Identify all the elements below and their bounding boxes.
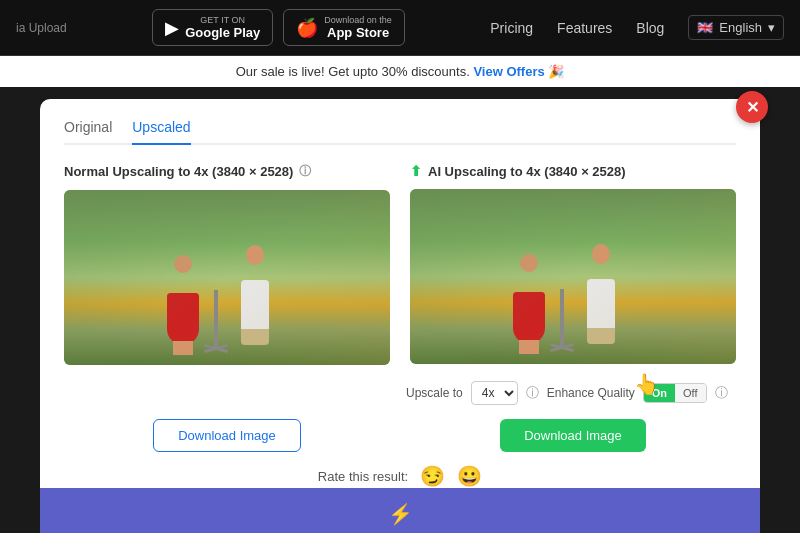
ai-panel: ⬆ AI Upscaling to 4x (3840 × 2528) xyxy=(410,163,736,365)
girl-legs xyxy=(173,341,193,355)
rating-good-button[interactable]: 😀 xyxy=(457,464,482,488)
rating-bad-button[interactable]: 😏 xyxy=(420,464,445,488)
controls-row: Upscale to 4x 2x 8x ⓘ Enhance Quality On… xyxy=(64,381,736,405)
bulk-icon: ⚡ xyxy=(388,502,413,526)
tabs: Original Upscaled xyxy=(64,119,736,145)
sale-text: Our sale is live! Get upto 30% discounts… xyxy=(236,64,470,79)
google-play-button[interactable]: ▶ GET IT ON Google Play xyxy=(152,9,273,46)
photo-background xyxy=(64,190,390,365)
sale-banner: Our sale is live! Get upto 30% discounts… xyxy=(0,56,800,87)
ai-tripod-figure xyxy=(560,289,564,349)
ai-girl-dress xyxy=(513,292,545,344)
ai-girl-head xyxy=(520,254,538,272)
download-left: Download Image xyxy=(64,419,390,452)
ai-boy-pants xyxy=(587,328,615,344)
app-store-text: Download on the App Store xyxy=(324,15,392,40)
ai-girl-legs xyxy=(519,340,539,354)
kid-boy-figure xyxy=(234,245,276,345)
ai-kid-boy-figure xyxy=(580,244,622,344)
ai-panel-title: ⬆ AI Upscaling to 4x (3840 × 2528) xyxy=(410,163,736,179)
tab-title-text: ia Upload xyxy=(16,21,67,35)
ai-image xyxy=(410,189,736,364)
upscale-select[interactable]: 4x 2x 8x xyxy=(471,381,518,405)
normal-panel: Normal Upscaling to 4x (3840 × 2528) ⓘ xyxy=(64,163,390,365)
tab-upscaled[interactable]: Upscaled xyxy=(132,119,190,145)
flag-icon: 🇬🇧 xyxy=(697,20,713,35)
normal-panel-title: Normal Upscaling to 4x (3840 × 2528) ⓘ xyxy=(64,163,390,180)
sale-emoji: 🎉 xyxy=(548,64,564,79)
boy-body xyxy=(241,280,269,335)
download-normal-button[interactable]: Download Image xyxy=(153,419,301,452)
toggle-on-option[interactable]: On xyxy=(644,384,675,402)
ai-kid-girl-figure xyxy=(508,254,550,344)
girl-head xyxy=(174,255,192,273)
upscale-label: Upscale to xyxy=(406,386,463,400)
chevron-down-icon: ▾ xyxy=(768,20,775,35)
quality-label: Enhance Quality xyxy=(547,386,635,400)
lang-label: English xyxy=(719,20,762,35)
tab-original[interactable]: Original xyxy=(64,119,112,145)
header-nav: Pricing Features Blog 🇬🇧 English ▾ xyxy=(490,15,784,40)
ai-upscale-icon: ⬆ xyxy=(410,163,422,179)
store-buttons: ▶ GET IT ON Google Play 🍎 Download on th… xyxy=(152,9,405,46)
nav-features[interactable]: Features xyxy=(557,20,612,36)
rating-label: Rate this result: xyxy=(318,469,408,484)
tripod-figure xyxy=(214,290,218,350)
download-row: Download Image Download Image xyxy=(64,419,736,452)
language-selector[interactable]: 🇬🇧 English ▾ xyxy=(688,15,784,40)
download-ai-button[interactable]: Download Image xyxy=(500,419,646,452)
ai-boy-body xyxy=(587,279,615,334)
kid-girl-figure xyxy=(162,255,204,345)
nav-pricing[interactable]: Pricing xyxy=(490,20,533,36)
nav-blog[interactable]: Blog xyxy=(636,20,664,36)
tab-title: ia Upload xyxy=(16,21,67,35)
ai-photo-background xyxy=(410,189,736,364)
toggle-off-option[interactable]: Off xyxy=(675,384,705,402)
header: ia Upload ▶ GET IT ON Google Play 🍎 Down… xyxy=(0,0,800,56)
upscale-info-icon[interactable]: ⓘ xyxy=(526,384,539,402)
apple-icon: 🍎 xyxy=(296,17,318,39)
google-play-text: GET IT ON Google Play xyxy=(185,15,260,40)
normal-info-icon[interactable]: ⓘ xyxy=(299,163,311,180)
download-right: Download Image xyxy=(410,419,736,452)
normal-image xyxy=(64,190,390,365)
boy-head xyxy=(246,245,264,265)
quality-toggle[interactable]: On Off xyxy=(643,383,707,403)
boy-pants xyxy=(241,329,269,345)
close-button[interactable]: ✕ xyxy=(736,91,768,123)
right-controls: Upscale to 4x 2x 8x ⓘ Enhance Quality On… xyxy=(406,381,736,405)
view-offers-link[interactable]: View Offers xyxy=(473,64,544,79)
google-play-icon: ▶ xyxy=(165,17,179,39)
comparison-panels: Normal Upscaling to 4x (3840 × 2528) ⓘ xyxy=(64,163,736,365)
girl-dress xyxy=(167,293,199,345)
app-store-button[interactable]: 🍎 Download on the App Store xyxy=(283,9,405,46)
bulk-banner: ⚡ Want to Upscale Images in bulk? xyxy=(40,488,760,533)
rating-row: Rate this result: 😏 😀 xyxy=(64,464,736,488)
quality-info-icon[interactable]: ⓘ xyxy=(715,384,728,402)
main-card: ✕ Original Upscaled Normal Upscaling to … xyxy=(40,99,760,533)
ai-boy-head xyxy=(592,244,610,264)
